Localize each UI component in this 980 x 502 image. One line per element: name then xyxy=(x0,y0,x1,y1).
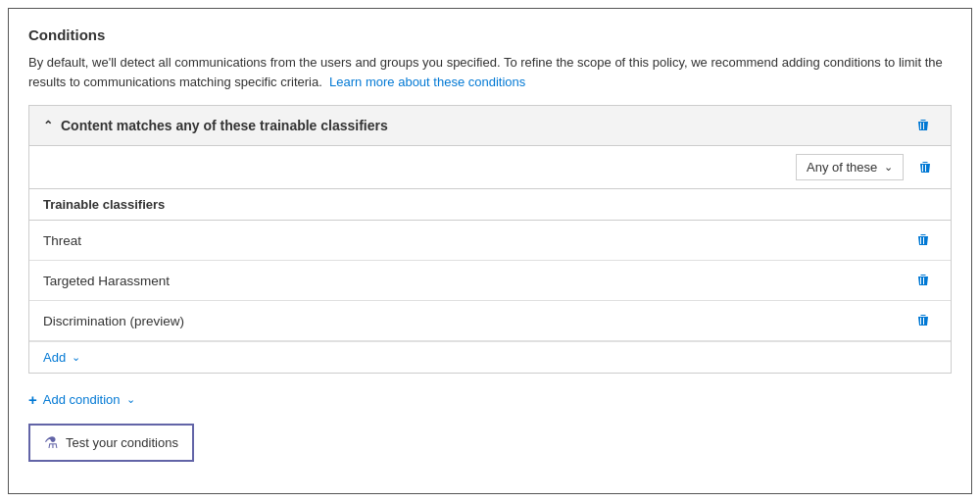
classifier-discrimination-label: Discrimination (preview) xyxy=(43,314,184,328)
delete-any-of-button[interactable] xyxy=(911,158,939,177)
collapse-chevron-icon[interactable]: ⌃ xyxy=(43,119,53,132)
trash-icon xyxy=(915,118,931,133)
classifier-threat-label: Threat xyxy=(43,233,81,248)
plus-icon: + xyxy=(28,391,37,408)
any-of-select[interactable]: Any of these ⌄ xyxy=(796,154,904,180)
classifiers-section-header: Trainable classifiers xyxy=(29,189,951,221)
classifier-targeted-harassment-label: Targeted Harassment xyxy=(43,274,170,288)
delete-targeted-harassment-button[interactable] xyxy=(909,271,937,290)
classifiers-section: Trainable classifiers Threat Targeted Ha… xyxy=(29,189,951,373)
trash-icon-discrimination xyxy=(915,313,931,328)
classifier-row: Discrimination (preview) xyxy=(29,301,951,341)
learn-more-link[interactable]: Learn more about these conditions xyxy=(329,75,525,89)
trash-icon-threat xyxy=(915,232,931,248)
page-title: Conditions xyxy=(28,26,952,43)
condition-header: ⌃ Content matches any of these trainable… xyxy=(29,106,951,146)
add-classifier-row[interactable]: Add ⌄ xyxy=(29,341,951,373)
test-conditions-button[interactable]: ⚗ Test your conditions xyxy=(28,424,194,462)
test-conditions-label: Test your conditions xyxy=(66,435,178,450)
trash-icon-targeted xyxy=(915,273,931,288)
condition-block: ⌃ Content matches any of these trainable… xyxy=(28,105,952,374)
add-condition-row[interactable]: + Add condition ⌄ xyxy=(28,387,952,412)
description-text: By default, we'll detect all communicati… xyxy=(28,53,952,91)
main-container: Conditions By default, we'll detect all … xyxy=(8,8,972,494)
add-classifier-chevron-icon: ⌄ xyxy=(72,351,80,364)
add-classifier-label: Add xyxy=(43,350,66,365)
any-of-chevron-icon: ⌄ xyxy=(884,161,893,174)
delete-threat-button[interactable] xyxy=(909,230,937,250)
any-of-row: Any of these ⌄ xyxy=(29,146,951,189)
classifier-row: Threat xyxy=(29,221,951,261)
flask-icon: ⚗ xyxy=(44,433,58,452)
classifier-row: Targeted Harassment xyxy=(29,261,951,301)
delete-discrimination-button[interactable] xyxy=(909,311,937,330)
delete-condition-button[interactable] xyxy=(909,116,937,135)
condition-header-label: Content matches any of these trainable c… xyxy=(61,118,388,133)
add-condition-chevron-icon: ⌄ xyxy=(126,393,135,406)
trash-icon-2 xyxy=(917,160,933,176)
add-condition-label: Add condition xyxy=(43,392,121,407)
